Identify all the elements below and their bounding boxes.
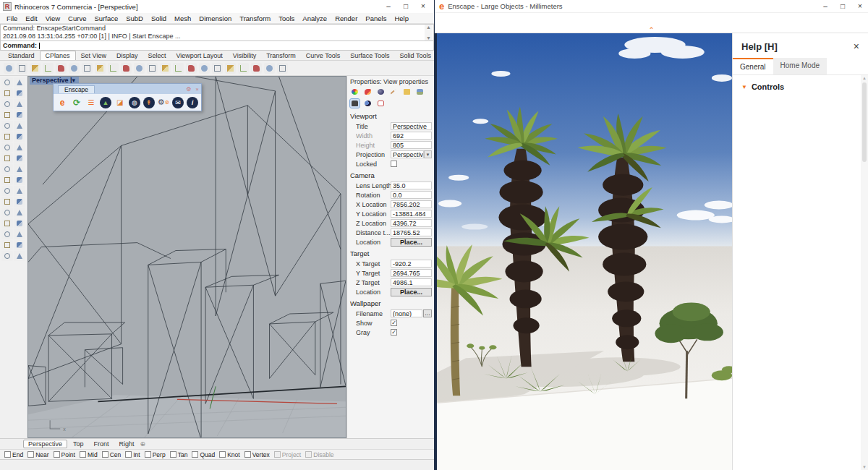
rhino-toolbar-icon[interactable] (251, 63, 262, 74)
rhino-toolbar-icon[interactable] (30, 63, 41, 74)
checkbox[interactable]: ✓ (391, 320, 397, 326)
rhino-tool-icon[interactable] (14, 88, 25, 98)
toolbar-tab-display[interactable]: Display (111, 51, 143, 60)
folder-icon[interactable] (402, 87, 412, 96)
perspective-viewport[interactable]: x Perspective |▾ Enscape ⚙ × e ⟳ ☰ ▲ (27, 76, 346, 438)
rhino-titlebar[interactable]: R Rhinoceros 7 Commercia - [Perspective]… (0, 0, 434, 13)
enscape-titlebar[interactable]: e Enscape - Large Objects - Millimeters … (435, 0, 868, 13)
property-value[interactable]: 692 (391, 132, 432, 140)
close-button[interactable]: × (415, 1, 431, 12)
rhino-tool-icon[interactable] (14, 99, 25, 109)
rhino-toolbar-icon[interactable] (82, 63, 93, 74)
tab-general[interactable]: General (733, 58, 773, 74)
rhino-toolbar-icon[interactable] (160, 63, 171, 74)
place-button[interactable]: Place... (391, 238, 432, 247)
enscape-plugin-toolbar[interactable]: Enscape ⚙ × e ⟳ ☰ ▲ ◪ ◍ ↟ ⚙⚙ ✉ (53, 83, 202, 111)
enscape-start-icon[interactable]: e (56, 96, 68, 108)
menu-file[interactable]: File (3, 14, 21, 23)
menu-tools[interactable]: Tools (275, 14, 298, 23)
rhino-tool-icon[interactable] (1, 77, 13, 87)
osnap-cen[interactable]: Cen (102, 451, 122, 458)
menu-panels[interactable]: Panels (362, 14, 390, 23)
property-value[interactable]: Perspective (391, 122, 432, 130)
place-button[interactable]: Place... (391, 288, 432, 296)
rhino-toolbar-icon[interactable] (212, 63, 223, 74)
texture-globe-icon[interactable] (376, 87, 386, 96)
checkbox[interactable] (4, 451, 11, 458)
material-library-icon[interactable]: ◍ (129, 96, 140, 108)
rhino-tool-icon[interactable] (14, 110, 25, 120)
collapse-toolbar-icon[interactable]: ⌃ (649, 27, 655, 33)
osnap-point[interactable]: Point (54, 451, 75, 458)
rhino-tool-icon[interactable] (14, 175, 25, 185)
checkbox[interactable] (192, 451, 198, 458)
rhino-tool-icon[interactable] (14, 229, 25, 239)
rhino-toolbar-icon[interactable] (199, 63, 210, 74)
rhino-tool-icon[interactable] (14, 240, 25, 250)
checkbox[interactable] (170, 451, 176, 458)
toolbar-tab-curve-tools[interactable]: Curve Tools (301, 51, 345, 60)
rhino-toolbar-icon[interactable] (186, 63, 197, 74)
command-input[interactable]: Command: (0, 41, 434, 51)
rhino-tool-icon[interactable] (1, 186, 13, 196)
viewport-tab-top[interactable]: Top (69, 440, 88, 448)
help-close-icon[interactable]: × (854, 40, 859, 52)
close-button[interactable]: × (852, 1, 868, 12)
minimize-button[interactable]: – (817, 1, 833, 12)
menu-analyze[interactable]: Analyze (299, 14, 331, 23)
rhino-tool-icon[interactable] (1, 240, 13, 250)
rhino-tool-icon[interactable] (1, 197, 13, 207)
panel-gear-icon[interactable]: ⚙ (184, 86, 193, 93)
osnap-disable[interactable]: Disable (305, 451, 333, 458)
osnap-knot[interactable]: Knot (219, 451, 240, 458)
maximize-button[interactable]: □ (835, 1, 851, 12)
property-value[interactable]: 805 (391, 141, 432, 149)
menu-transform[interactable]: Transform (236, 14, 274, 23)
menu-mesh[interactable]: Mesh (171, 14, 195, 23)
osnap-vertex[interactable]: Vertex (244, 451, 270, 458)
rhino-toolbar-icon[interactable] (4, 63, 14, 74)
menu-solid[interactable]: Solid (148, 14, 170, 23)
property-value[interactable]: 35.0 (391, 181, 432, 189)
rhino-tool-icon[interactable] (1, 164, 13, 174)
pen-icon[interactable] (389, 87, 399, 96)
camera-icon[interactable] (350, 99, 359, 108)
viewport-tab-perspective[interactable]: Perspective (23, 440, 67, 448)
rhino-toolbar-icon[interactable] (17, 63, 27, 74)
command-scrollbar[interactable]: ▲▼ (425, 25, 433, 40)
property-value[interactable]: (none) (391, 309, 422, 317)
osnap-project[interactable]: Project (274, 451, 301, 458)
command-history[interactable]: Command: EnscapeStartCommand 2021.09.08 … (0, 24, 434, 41)
render-viewport[interactable] (435, 33, 732, 470)
toolbar-tab-visibility[interactable]: Visibility (228, 51, 261, 60)
rhino-toolbar-icon[interactable] (108, 63, 119, 74)
property-value[interactable]: 7856.202 (391, 200, 432, 208)
menu-help[interactable]: Help (391, 14, 412, 23)
toolbar-tab-select[interactable]: Select (142, 51, 171, 60)
rhino-tool-icon[interactable] (14, 186, 25, 196)
checkbox[interactable]: ✓ (391, 329, 397, 336)
rhino-tool-icon[interactable] (14, 132, 25, 142)
about-icon[interactable]: i (187, 96, 198, 108)
property-value[interactable]: -13881.484 (391, 210, 432, 218)
menu-render[interactable]: Render (331, 14, 361, 23)
rhino-toolbar-icon[interactable] (238, 63, 249, 74)
osnap-quad[interactable]: Quad (192, 451, 215, 458)
rhino-tool-icon[interactable] (1, 132, 13, 142)
checkbox[interactable] (27, 451, 34, 458)
menu-edit[interactable]: Edit (22, 14, 41, 23)
rhino-tool-icon[interactable] (1, 208, 13, 218)
menu-curve[interactable]: Curve (64, 14, 90, 23)
property-value[interactable]: 0.0 (391, 191, 432, 199)
property-value[interactable]: -920.2 (391, 260, 432, 268)
menu-subd[interactable]: SubD (122, 14, 147, 23)
rhino-toolbar-icon[interactable] (264, 63, 275, 74)
toolbar-tab-set-view[interactable]: Set View (76, 51, 111, 60)
toolbar-tab-solid-tools[interactable]: Solid Tools (395, 51, 434, 60)
dropdown-arrow-icon[interactable]: ▼ (424, 150, 432, 158)
menu-view[interactable]: View (42, 14, 64, 23)
menu-dimension[interactable]: Dimension (195, 14, 235, 23)
rhino-tool-icon[interactable] (14, 208, 25, 218)
rhino-toolbar-icon[interactable] (134, 63, 145, 74)
rhino-toolbar-icon[interactable] (69, 63, 80, 74)
